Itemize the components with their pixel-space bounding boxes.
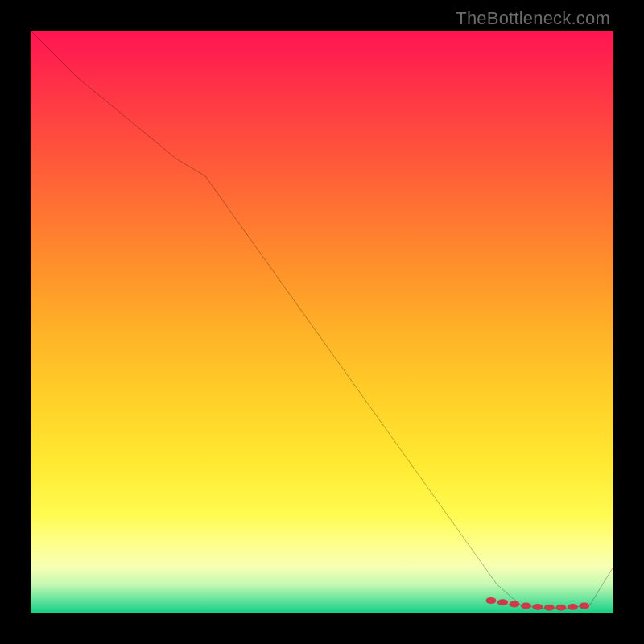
marker-dot	[485, 597, 496, 604]
marker-dot	[497, 599, 508, 605]
line-chart-svg	[31, 31, 613, 613]
marker-dot	[532, 604, 543, 610]
marker-dot	[521, 603, 531, 609]
marker-dot	[509, 601, 519, 607]
marker-dot	[555, 605, 566, 611]
watermark-text: TheBottleneck.com	[456, 8, 610, 29]
chart-container: TheBottleneck.com	[0, 0, 644, 644]
marker-dot	[568, 604, 578, 610]
plot-area	[31, 31, 613, 613]
marker-dot	[544, 605, 555, 611]
plateau-markers	[485, 597, 589, 611]
marker-dot	[579, 603, 589, 609]
chart-line	[31, 31, 613, 609]
